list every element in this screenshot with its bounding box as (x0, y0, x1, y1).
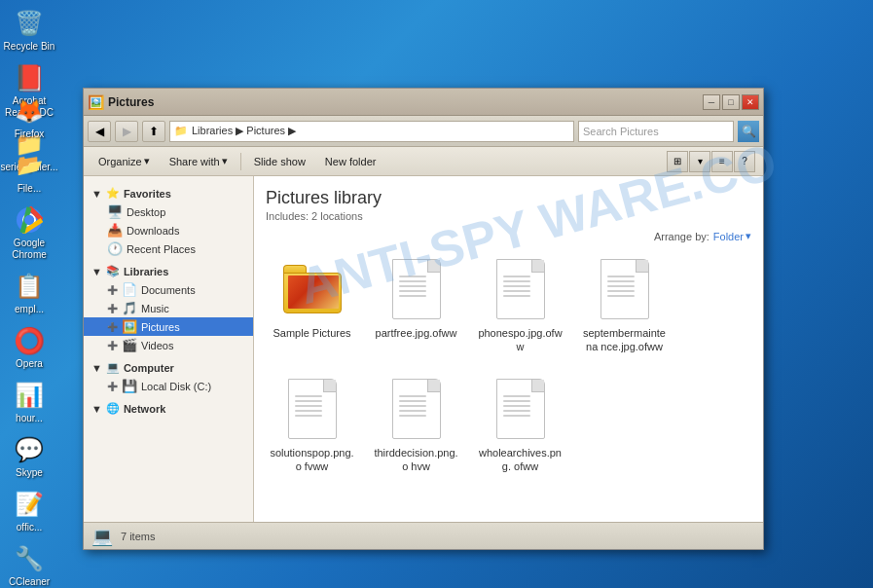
doc-lines (399, 276, 426, 300)
explorer-window: 🖼️ Pictures ─ □ ✕ ◀ ▶ ⬆ 📁 Libraries ▶ Pi… (83, 88, 764, 550)
file-item-sample-pictures[interactable]: Sample Pictures (266, 250, 358, 358)
desktop-icon-empl[interactable]: 📋 empl... (1, 269, 57, 317)
address-folder-icon: 📁 (174, 125, 188, 137)
up-button[interactable]: ⬆ (142, 121, 165, 142)
desktop-icon-firefox[interactable]: 🦊 Firefox (1, 93, 57, 142)
doc-icon-phonespo (496, 259, 545, 319)
file-item-partfree[interactable]: partfree.jpg.ofww (370, 250, 462, 358)
expand-videos-icon: ➕ (107, 341, 118, 350)
doc-icon-area-phonespo (486, 254, 556, 324)
file-item-thirddecision[interactable]: thirddecision.png.o hvw (370, 370, 462, 478)
organize-button[interactable]: Organize ▾ (91, 151, 157, 172)
music-icon: 🎵 (122, 301, 137, 315)
title-bar: 🖼️ Pictures ─ □ ✕ (84, 89, 763, 116)
pictures-icon: 🖼️ (122, 319, 137, 334)
minimize-button[interactable]: ─ (703, 94, 720, 110)
file-label: File... (18, 183, 41, 195)
maximize-button[interactable]: □ (722, 94, 740, 110)
doc-lines (607, 276, 635, 300)
file-label-solutionspop: solutionspop.png.o fvww (270, 446, 354, 474)
sidebar-item-pictures[interactable]: ➕ 🖼️ Pictures (84, 317, 253, 336)
share-dropdown-icon: ▾ (222, 155, 228, 167)
expand-pictures-icon: ➕ (107, 322, 118, 332)
new-folder-button[interactable]: New folder (318, 151, 383, 172)
file-item-september[interactable]: septembermaintena nce.jpg.ofww (578, 250, 671, 358)
sidebar-item-local-disk[interactable]: ➕ 💾 Local Disk (C:) (84, 377, 253, 395)
desktop-icon-chrome[interactable]: GoogleChrome (1, 202, 57, 263)
share-label: Share with (169, 156, 220, 167)
sidebar-item-downloads[interactable]: 📥 Downloads (84, 221, 253, 239)
offic-label: offic... (17, 522, 43, 533)
doc-icon-solutionspop (288, 379, 337, 439)
file-label-sample-pictures: Sample Pictures (273, 326, 350, 340)
firefox-icon: 🦊 (14, 95, 45, 127)
view-details-button[interactable]: ≡ (711, 151, 733, 172)
arrange-by-button[interactable]: Folder ▾ (713, 230, 751, 242)
sidebar-favorites-section: ▼ ⭐ Favorites 🖥️ Desktop 📥 Downloads 🕐 R… (84, 184, 253, 258)
chrome-icon (14, 204, 45, 236)
file-item-solutionspop[interactable]: solutionspop.png.o fvww (266, 370, 358, 478)
hour-label: hour... (16, 413, 43, 424)
sidebar-item-music[interactable]: ➕ 🎵 Music (84, 299, 253, 317)
search-icon: 🔍 (742, 125, 756, 138)
doc-icon-area-solutionspop (277, 374, 347, 444)
nav-bar: ◀ ▶ ⬆ 📁 Libraries ▶ Pictures ▶ Search Pi… (84, 116, 763, 147)
desktop-icon-opera[interactable]: ⭕ Opera (1, 323, 57, 372)
title-bar-left: 🖼️ Pictures (88, 94, 154, 110)
sidebar-libraries-header[interactable]: ▼ 📚 Libraries (84, 262, 253, 280)
recent-label: Recent Places (127, 243, 196, 255)
address-text: Libraries ▶ Pictures ▶ (192, 125, 296, 137)
desktop-label: Desktop (127, 206, 165, 218)
music-label: Music (141, 303, 169, 314)
desktop-icon-hour[interactable]: 📊 hour... (1, 378, 57, 426)
file-label-phonespo: phonespo.jpg.ofw w (478, 326, 563, 354)
view-dropdown-button[interactable]: ▾ (689, 151, 710, 172)
slide-show-button[interactable]: Slide show (247, 151, 312, 172)
desktop-icon-recycle-bin[interactable]: 🗑️ Recycle Bin (1, 6, 57, 55)
sidebar-favorites-header[interactable]: ▼ ⭐ Favorites (84, 184, 253, 202)
desktop-icon-ccleaner[interactable]: 🔧 CCleaner (1, 541, 57, 588)
desktop-icon-offic[interactable]: 📝 offic... (1, 487, 57, 535)
file-item-phonespo[interactable]: phonespo.jpg.ofw w (474, 250, 566, 358)
doc-lines (295, 395, 322, 420)
address-bar[interactable]: 📁 Libraries ▶ Pictures ▶ (169, 121, 574, 142)
share-with-button[interactable]: Share with ▾ (163, 151, 235, 172)
window-title: Pictures (108, 95, 154, 109)
downloads-icon: 📥 (107, 223, 123, 238)
sidebar-network-header[interactable]: ▼ 🌐 Network (84, 399, 253, 418)
item-count: 7 items (121, 531, 155, 542)
libraries-icon: 📚 (106, 265, 120, 277)
favorites-label: Favorites (124, 188, 171, 200)
recycle-bin-label: Recycle Bin (4, 41, 55, 53)
doc-icon-area-september (590, 254, 660, 324)
sidebar-item-videos[interactable]: ➕ 🎬 Videos (84, 336, 253, 354)
forward-button[interactable]: ▶ (115, 121, 138, 142)
folder-icon-area (277, 254, 347, 324)
expand-music-icon: ➕ (107, 304, 118, 313)
expand-docs-icon: ➕ (107, 285, 118, 295)
toolbar: Organize ▾ Share with ▾ Slide show New f… (84, 147, 763, 176)
file-label-wholearchives: wholearchives.png. ofww (478, 446, 563, 474)
sidebar-item-recent[interactable]: 🕐 Recent Places (84, 239, 253, 258)
sidebar-item-desktop[interactable]: 🖥️ Desktop (84, 202, 253, 221)
file-item-wholearchives[interactable]: wholearchives.png. ofww (474, 370, 566, 478)
desktop-icon-skype[interactable]: 💬 Skype (1, 432, 57, 481)
doc-icon-thirddecision (392, 379, 441, 439)
file-grid: Sample Pictures partfree.jpg.ofww (266, 250, 751, 477)
search-button[interactable]: 🔍 (738, 121, 759, 142)
libraries-expand-icon: ▼ (91, 266, 102, 277)
view-help-button[interactable]: ? (734, 151, 755, 172)
sidebar-item-documents[interactable]: ➕ 📄 Documents (84, 280, 253, 299)
doc-lines (399, 395, 426, 420)
view-extra-button[interactable]: ⊞ (667, 151, 688, 172)
file-label-thirddecision: thirddecision.png.o hvw (374, 446, 458, 474)
sidebar-computer-header[interactable]: ▼ 💻 Computer (84, 358, 253, 377)
search-box[interactable]: Search Pictures (578, 121, 734, 142)
computer-expand-icon: ▼ (91, 362, 102, 374)
opera-icon: ⭕ (14, 325, 45, 356)
desktop-icon-file[interactable]: 📂 File... (1, 148, 57, 197)
back-button[interactable]: ◀ (88, 121, 111, 142)
close-button[interactable]: ✕ (742, 94, 759, 110)
network-expand-icon: ▼ (91, 403, 102, 415)
ccleaner-icon: 🔧 (14, 543, 45, 574)
